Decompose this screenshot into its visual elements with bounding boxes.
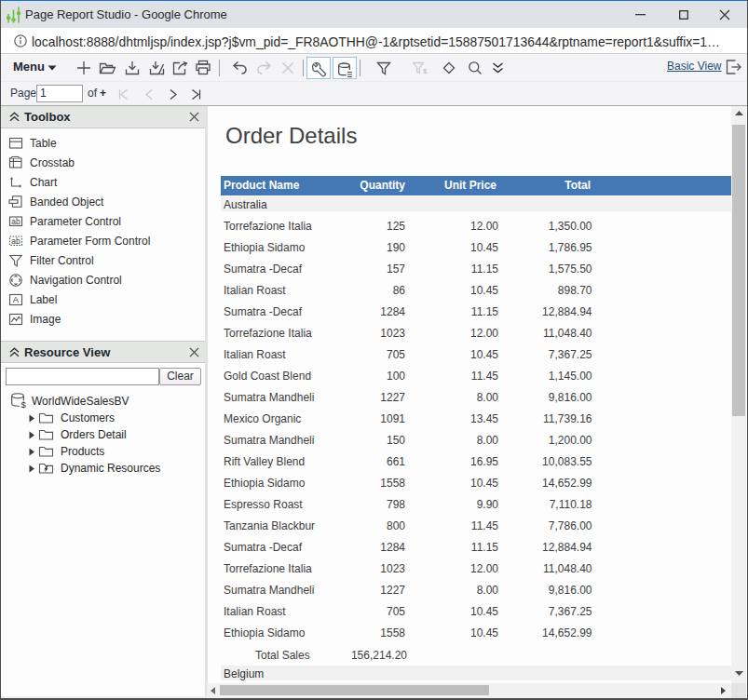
svg-text:$: $ (21, 399, 27, 409)
svg-text:ab: ab (11, 217, 20, 226)
svg-text:$: $ (423, 67, 428, 75)
svg-text:A: A (13, 294, 20, 304)
svg-text:ab: ab (11, 236, 20, 246)
